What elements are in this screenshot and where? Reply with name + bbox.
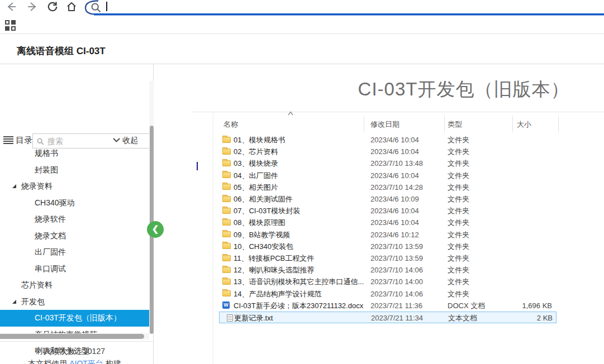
sidebar-item[interactable]: 芯片资料 bbox=[0, 277, 149, 294]
file-row[interactable]: WCI-03T新手必读；版本2307211132.docx2023/7/21 1… bbox=[215, 300, 560, 312]
file-row[interactable]: 02、芯片资料2023/4/6 10:04文件夹 bbox=[215, 146, 560, 157]
sidebar-item-label: 出厂固件 bbox=[35, 244, 66, 261]
file-name: 06、相关测试固件 bbox=[234, 193, 292, 205]
page-title: 离线语音模组 CI-03T bbox=[17, 45, 106, 58]
file-type: 文件夹 bbox=[448, 252, 469, 264]
footer-link[interactable]: AIOT平台 bbox=[69, 359, 103, 364]
file-row[interactable]: 05、相关图片2023/7/10 14:28文件夹 bbox=[215, 181, 560, 193]
file-name: 14、产品结构声学设计规范 bbox=[234, 288, 321, 300]
footer-clipped-line: 本文档使用 AIOT平台 构建 bbox=[0, 359, 149, 364]
read-count: 阅读次数：30127 bbox=[0, 347, 149, 357]
address-text-caret bbox=[106, 2, 107, 11]
footer-text: 构建 bbox=[103, 359, 121, 364]
column-header-size[interactable]: 大小 bbox=[517, 119, 531, 130]
folder-icon bbox=[222, 290, 231, 296]
sidebar-item[interactable]: 封装图 bbox=[0, 162, 149, 179]
scrollbar-thumb[interactable] bbox=[0, 334, 144, 339]
column-header-name[interactable]: 名称 bbox=[223, 119, 238, 130]
expanded-caret-icon[interactable] bbox=[12, 184, 16, 188]
file-row[interactable]: 13、语音识别模块和其它主控串口通信...2023/7/10 14:00文件夹 bbox=[215, 276, 560, 288]
sidebar-item-label: 烧录文档 bbox=[35, 228, 66, 245]
column-header-date[interactable]: 修改日期 bbox=[370, 119, 400, 130]
column-header-type[interactable]: 类型 bbox=[448, 119, 462, 130]
file-row[interactable]: 12、喇叭和咪头选型推荐2023/7/10 14:06文件夹 bbox=[215, 264, 560, 276]
sidebar-collapse-toggle[interactable]: ❮ bbox=[147, 221, 164, 238]
sidebar-item[interactable]: 烧录软件 bbox=[0, 211, 149, 228]
sidebar-item[interactable]: CH340驱动 bbox=[0, 195, 149, 212]
file-name: 04、出厂固件 bbox=[234, 170, 278, 181]
sidebar-item[interactable]: 规格书 bbox=[0, 145, 149, 162]
sidebar-item[interactable]: 烧录资料 bbox=[0, 178, 149, 195]
sidebar-item-label: 串口调试 bbox=[35, 261, 66, 277]
file-name: 12、喇叭和咪头选型推荐 bbox=[234, 264, 314, 276]
file-name: 05、相关图片 bbox=[234, 181, 278, 193]
file-date: 2023/4/6 10:04 bbox=[370, 146, 419, 157]
file-date: 2023/7/21 11:36 bbox=[370, 300, 422, 312]
folder-icon bbox=[222, 219, 231, 226]
file-row[interactable]: 14、产品结构声学设计规范2023/7/10 14:06文件夹 bbox=[215, 288, 560, 300]
divider bbox=[0, 33, 604, 34]
file-type: 文件夹 bbox=[448, 229, 469, 241]
file-row[interactable]: 04、出厂固件2023/4/6 10:04文件夹 bbox=[215, 170, 560, 181]
file-list: 01、模块规格书2023/4/6 10:04文件夹02、芯片资料2023/4/6… bbox=[215, 134, 560, 327]
sidebar-item[interactable]: 烧录文档 bbox=[0, 228, 149, 245]
file-date: 2023/7/21 11:34 bbox=[371, 312, 423, 324]
file-row[interactable]: 03、模块烧录2023/7/10 13:48文件夹 bbox=[215, 157, 560, 169]
sidebar: 目录 收起 规格书封装图烧录资料CH340驱动烧录软件烧录文档出厂固件串口调试芯… bbox=[0, 64, 154, 364]
footer-text: 本文档使用 bbox=[28, 359, 69, 364]
file-type: 文件夹 bbox=[448, 146, 469, 157]
sidebar-item[interactable]: CI-03T开发包（旧版本） bbox=[0, 310, 149, 327]
file-row[interactable]: 07、CI-03T模块封装2023/4/6 10:04文件夹 bbox=[215, 205, 560, 217]
sidebar-horizontal-scrollbar[interactable] bbox=[0, 333, 149, 339]
folder-icon bbox=[222, 184, 231, 190]
file-date: 2023/7/10 13:59 bbox=[370, 241, 423, 252]
file-type: 文件夹 bbox=[448, 193, 469, 205]
browser-toolbar bbox=[0, 0, 604, 17]
word-icon: W bbox=[222, 301, 230, 309]
file-date: 2023/7/10 14:06 bbox=[370, 288, 423, 300]
file-date: 2023/4/6 10:04 bbox=[370, 217, 419, 228]
file-date: 2023/4/6 10:12 bbox=[370, 229, 419, 241]
sidebar-item[interactable]: 出厂固件 bbox=[0, 244, 149, 261]
collapse-button[interactable]: 收起 bbox=[122, 136, 150, 146]
file-row[interactable]: 09、B站教学视频2023/4/6 10:12文件夹 bbox=[215, 229, 560, 241]
expanded-caret-icon[interactable] bbox=[12, 300, 16, 304]
toc-hamburger-icon[interactable] bbox=[3, 136, 13, 144]
file-type: 文件夹 bbox=[448, 241, 469, 252]
file-type: 文件夹 bbox=[448, 264, 469, 276]
apps-grid-icon[interactable] bbox=[5, 20, 16, 31]
file-date: 2023/4/6 10:04 bbox=[370, 170, 419, 181]
file-name: 01、模块规格书 bbox=[234, 134, 285, 146]
folder-icon bbox=[222, 160, 231, 166]
file-date: 2023/4/6 10:04 bbox=[370, 134, 419, 146]
file-row[interactable]: 11、转接板PCB工程文件2023/7/10 13:59文件夹 bbox=[215, 252, 560, 264]
file-row[interactable]: 更新记录.txt2023/7/21 11:34文本文档2 KB bbox=[219, 312, 557, 323]
toc-tree: 规格书封装图烧录资料CH340驱动烧录软件烧录文档出厂固件串口调试芯片资料开发包… bbox=[0, 145, 149, 364]
folder-icon bbox=[222, 137, 231, 143]
sidebar-item-label: 烧录软件 bbox=[35, 211, 66, 228]
file-name: 10、CH340安装包 bbox=[234, 241, 293, 252]
file-row[interactable]: 10、CH340安装包2023/7/10 13:59文件夹 bbox=[215, 241, 560, 252]
search-icon bbox=[91, 2, 102, 13]
file-name: 13、语音识别模块和其它主控串口通信... bbox=[234, 276, 364, 288]
collapse-label: 收起 bbox=[122, 136, 138, 145]
file-date: 2023/7/10 14:06 bbox=[370, 264, 423, 276]
sidebar-item[interactable]: 开发包 bbox=[0, 294, 149, 310]
file-row[interactable]: 08、模块原理图2023/4/6 10:04文件夹 bbox=[215, 217, 560, 228]
file-type: 文件夹 bbox=[448, 170, 469, 181]
file-date: 2023/7/10 13:59 bbox=[370, 252, 423, 264]
sort-ascending-icon[interactable] bbox=[288, 111, 293, 116]
sidebar-vertical-scrollbar[interactable] bbox=[149, 81, 154, 334]
file-type: 文件夹 bbox=[448, 181, 469, 193]
file-type: 文件夹 bbox=[448, 276, 469, 288]
table-top-border bbox=[193, 112, 604, 112]
file-row[interactable]: 01、模块规格书2023/4/6 10:04文件夹 bbox=[215, 134, 560, 146]
file-date: 2023/7/10 14:28 bbox=[370, 181, 423, 193]
file-type: 文本文档 bbox=[448, 312, 477, 324]
folder-icon bbox=[222, 149, 231, 155]
sidebar-item-label: 烧录资料 bbox=[21, 178, 53, 195]
file-table-header: 名称 修改日期 类型 大小 bbox=[215, 114, 604, 133]
file-row[interactable]: 06、相关测试固件2023/4/6 10:09文件夹 bbox=[215, 193, 560, 205]
sidebar-item[interactable]: 串口调试 bbox=[0, 261, 149, 277]
address-input[interactable] bbox=[110, 2, 590, 13]
